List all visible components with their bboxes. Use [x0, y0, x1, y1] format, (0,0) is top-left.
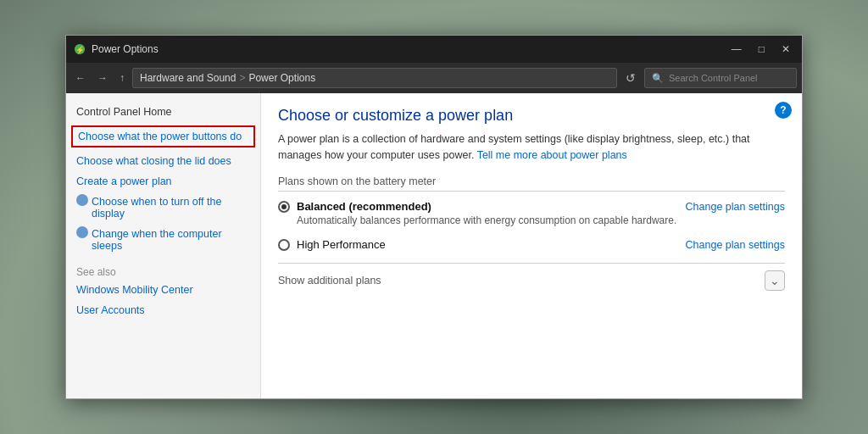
change-plan-high-performance[interactable]: Change plan settings	[686, 239, 785, 251]
window-controls: — □ ✕	[726, 42, 795, 57]
breadcrumb-hardware: Hardware and Sound	[140, 72, 236, 84]
sidebar-item-computer-sleeps-label[interactable]: Change when the computer sleeps	[92, 225, 250, 254]
window-title: Power Options	[92, 43, 726, 55]
sidebar-item-user-accounts[interactable]: User Accounts	[76, 302, 250, 319]
address-path[interactable]: Hardware and Sound > Power Options	[132, 68, 617, 88]
svg-text:⚡: ⚡	[75, 45, 85, 55]
title-bar: ⚡ Power Options — □ ✕	[66, 36, 802, 63]
sidebar-item-turn-off-display-label[interactable]: Choose when to turn off the display	[92, 193, 250, 222]
radio-balanced-fill	[281, 204, 287, 209]
plan-item-high-performance: High Performance Change plan settings	[278, 238, 785, 251]
sidebar-item-computer-sleeps[interactable]: Change when the computer sleeps	[76, 225, 250, 254]
plan-high-performance-name: High Performance	[297, 238, 386, 251]
show-additional-label: Show additional plans	[278, 275, 381, 287]
search-placeholder: Search Control Panel	[669, 73, 758, 83]
minimize-button[interactable]: —	[726, 42, 747, 57]
window: ⚡ Power Options — □ ✕ ← → ↑ Hardware and…	[65, 35, 803, 399]
learn-more-link[interactable]: Tell me more about power plans	[477, 149, 627, 161]
sidebar-item-choose-lid[interactable]: Choose what closing the lid does	[76, 153, 250, 170]
show-additional-section: Show additional plans ⌄	[278, 263, 785, 291]
sidebar-item-windows-mobility[interactable]: Windows Mobility Center	[76, 281, 250, 298]
breadcrumb-separator: >	[239, 72, 245, 84]
radio-balanced[interactable]	[278, 201, 290, 213]
search-icon: 🔍	[652, 73, 664, 84]
window-icon: ⚡	[73, 42, 86, 56]
address-bar: ← → ↑ Hardware and Sound > Power Options…	[66, 63, 802, 93]
plan-balanced-desc: Automatically balances performance with …	[297, 214, 676, 226]
sidebar-item-create-power-plan[interactable]: Create a power plan	[76, 173, 250, 190]
sidebar-item-turn-off-display[interactable]: Choose when to turn off the display	[76, 193, 250, 222]
content-area: Control Panel Home Choose what the power…	[66, 93, 802, 398]
main-description: A power plan is a collection of hardware…	[278, 131, 785, 164]
sidebar-item-choose-power-buttons[interactable]: Choose what the power buttons do	[71, 125, 255, 147]
up-button[interactable]: ↑	[115, 70, 129, 86]
radio-high-performance[interactable]	[278, 239, 290, 251]
maximize-button[interactable]: □	[754, 42, 770, 57]
plan-item-balanced: Balanced (recommended) Automatically bal…	[278, 200, 785, 226]
sidebar: Control Panel Home Choose what the power…	[66, 93, 261, 398]
close-button[interactable]: ✕	[776, 42, 795, 57]
plans-label: Plans shown on the battery meter	[278, 175, 785, 192]
search-bar[interactable]: 🔍 Search Control Panel	[644, 68, 797, 88]
forward-button[interactable]: →	[93, 70, 112, 86]
turn-off-display-icon	[76, 194, 88, 206]
plan-balanced-name: Balanced (recommended)	[297, 200, 676, 213]
sidebar-home-link[interactable]: Control Panel Home	[76, 103, 250, 120]
main-content: ? Choose or customize a power plan A pow…	[261, 93, 802, 398]
refresh-button[interactable]: ↺	[620, 69, 641, 87]
page-title: Choose or customize a power plan	[278, 107, 785, 125]
show-additional-button[interactable]: ⌄	[765, 270, 785, 291]
back-button[interactable]: ←	[71, 70, 90, 86]
computer-sleeps-icon	[76, 226, 88, 238]
sidebar-section-nav: Control Panel Home Choose what the power…	[66, 103, 260, 319]
see-also-label: See also	[76, 266, 250, 278]
change-plan-balanced[interactable]: Change plan settings	[686, 201, 785, 213]
help-button[interactable]: ?	[775, 102, 792, 119]
breadcrumb-power: Power Options	[248, 72, 315, 84]
